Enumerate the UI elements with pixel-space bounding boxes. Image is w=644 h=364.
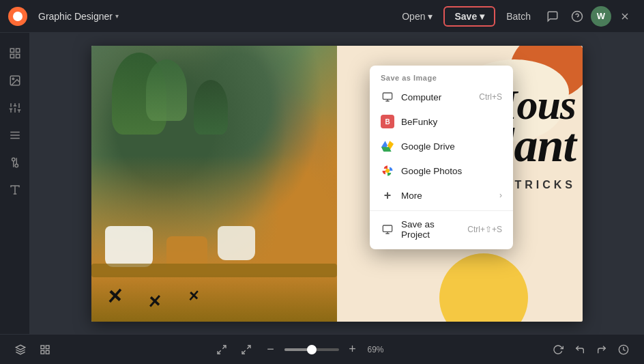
svg-rect-4 [10, 48, 14, 52]
sidebar-item-layers[interactable] [3, 123, 27, 148]
dropdown-section-title: Save as Image [370, 70, 513, 85]
befunky-label: BeFunky [401, 117, 502, 127]
bottom-left [11, 340, 55, 359]
app-name-label: Graphic Designer [38, 11, 113, 22]
sidebar [0, 33, 30, 334]
more-label: More [401, 191, 493, 201]
fill-button[interactable] [237, 340, 256, 359]
svg-rect-37 [46, 346, 49, 349]
refresh-button[interactable] [548, 340, 568, 359]
svg-point-31 [385, 169, 390, 173]
svg-marker-35 [16, 345, 25, 350]
svg-line-40 [222, 346, 226, 349]
zoom-slider-container: − + [261, 340, 362, 359]
svg-rect-5 [16, 48, 19, 52]
gphotos-label: Google Photos [401, 166, 502, 176]
avatar-button[interactable]: W [591, 6, 611, 27]
svg-rect-6 [16, 55, 19, 58]
bottom-center: − + 69% [55, 340, 548, 359]
avatar-label: W [597, 11, 605, 21]
dropdown-divider [370, 210, 513, 211]
svg-line-42 [247, 346, 250, 349]
dropdown-item-gdrive[interactable]: Google Drive [370, 134, 513, 158]
gdrive-icon [381, 139, 394, 153]
befunky-icon: B [381, 115, 394, 128]
zoom-out-button[interactable]: − [261, 340, 280, 359]
app-name-chevron: ▾ [115, 12, 119, 20]
header-right: Open ▾ Save ▾ Batch W [394, 5, 636, 27]
close-button[interactable] [614, 5, 636, 27]
svg-point-22 [12, 158, 15, 161]
open-chevron: ▾ [428, 11, 433, 22]
grid-button[interactable] [35, 340, 55, 359]
svg-line-43 [242, 350, 246, 354]
main: ✕ ✕ ✕ Hous Plant TIPS & TRICKS [0, 33, 644, 334]
save-chevron: ▾ [480, 11, 484, 22]
svg-rect-36 [41, 346, 44, 349]
batch-button[interactable]: Batch [498, 7, 539, 26]
gdrive-label: Google Drive [401, 141, 502, 152]
history-button[interactable] [614, 340, 633, 359]
svg-rect-39 [41, 350, 44, 354]
svg-rect-28 [383, 93, 392, 99]
project-icon [381, 223, 394, 236]
open-button[interactable]: Open ▾ [394, 7, 441, 26]
save-project-label: Save as Project [401, 219, 460, 240]
dropdown-item-save-project[interactable]: Save as Project Ctrl+⇧+S [370, 214, 513, 245]
dropdown-item-befunky[interactable]: B BeFunky [370, 109, 513, 134]
open-label: Open [402, 11, 425, 22]
zoom-level-label: 69% [368, 345, 392, 354]
layers-panel-button[interactable] [11, 340, 30, 359]
svg-rect-7 [10, 55, 14, 58]
sidebar-item-text[interactable] [3, 178, 27, 202]
sidebar-item-effects[interactable] [3, 96, 27, 120]
svg-line-41 [218, 350, 221, 354]
batch-label: Batch [506, 11, 531, 22]
sidebar-item-photos[interactable] [3, 68, 27, 93]
computer-shortcut: Ctrl+S [479, 92, 502, 102]
dropdown-item-more[interactable]: + More › [370, 183, 513, 208]
more-icon: + [381, 188, 394, 202]
svg-point-23 [15, 164, 18, 167]
redo-button[interactable] [592, 340, 611, 359]
header: Graphic Designer ▾ Open ▾ Save ▾ Batch [0, 0, 644, 33]
photo-half: ✕ ✕ ✕ [91, 46, 337, 322]
canvas-area[interactable]: ✕ ✕ ✕ Hous Plant TIPS & TRICKS [30, 33, 644, 334]
bottom-toolbar: − + 69% [0, 334, 644, 364]
svg-rect-32 [383, 225, 392, 232]
sidebar-item-elements[interactable] [3, 150, 27, 175]
logo-inner [13, 12, 23, 21]
save-dropdown: Save as Image Computer Ctrl+S B BeFunky [370, 66, 513, 249]
undo-button[interactable] [570, 340, 589, 359]
zoom-slider-thumb[interactable] [307, 345, 317, 354]
zoom-in-button[interactable]: + [343, 340, 362, 359]
app-name-button[interactable]: Graphic Designer ▾ [33, 8, 124, 25]
svg-rect-38 [46, 350, 49, 354]
svg-point-9 [12, 78, 14, 79]
dropdown-item-gphotos[interactable]: Google Photos [370, 158, 513, 183]
help-button[interactable] [566, 5, 588, 27]
comment-button[interactable] [542, 5, 564, 27]
sidebar-item-templates[interactable] [3, 41, 27, 66]
save-project-shortcut: Ctrl+⇧+S [467, 225, 502, 234]
computer-icon [381, 90, 394, 104]
logo [8, 7, 27, 26]
fit-button[interactable] [212, 340, 231, 359]
gphotos-icon [381, 164, 394, 178]
save-button[interactable]: Save ▾ [443, 6, 495, 27]
more-arrow: › [499, 191, 502, 200]
bottom-right [548, 340, 633, 359]
computer-label: Computer [401, 92, 472, 102]
save-label: Save [454, 11, 477, 22]
blob-yellow [439, 253, 528, 322]
dropdown-item-computer[interactable]: Computer Ctrl+S [370, 85, 513, 109]
zoom-slider[interactable] [284, 348, 339, 351]
